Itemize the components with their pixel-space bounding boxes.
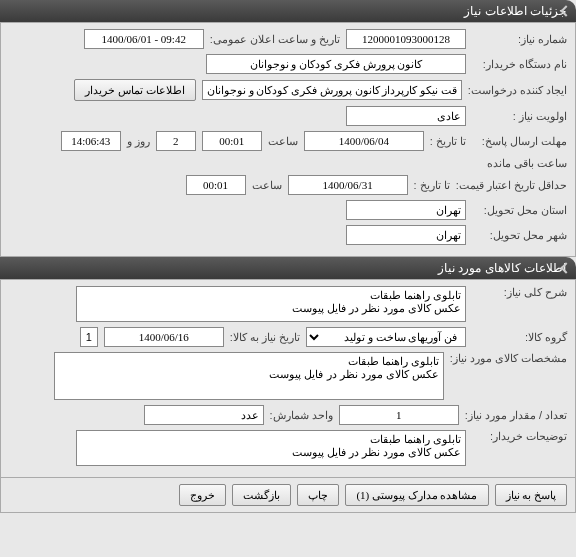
label-need-number: شماره نیاز:: [472, 33, 567, 46]
label-group: گروه کالا:: [472, 331, 567, 344]
textarea-buyer-notes[interactable]: تابلوی راهنما طبقات عکس کالای مورد نظر د…: [76, 430, 466, 466]
btn-print[interactable]: چاپ: [297, 484, 339, 506]
textarea-desc[interactable]: تابلوی راهنما طبقات عکس کالای مورد نظر د…: [76, 286, 466, 322]
panel-goods-info: شرح کلی نیاز: تابلوی راهنما طبقات عکس کا…: [0, 279, 576, 478]
label-deadline: مهلت ارسال پاسخ:: [472, 135, 567, 148]
textarea-spec[interactable]: تابلوی راهنما طبقات عکس کالای مورد نظر د…: [54, 352, 444, 400]
label-priority: اولویت نیاز :: [472, 110, 567, 123]
input-qty[interactable]: [339, 405, 459, 425]
input-date2[interactable]: [288, 175, 408, 195]
btn-back[interactable]: بازگشت: [232, 484, 291, 506]
btn-exit[interactable]: خروج: [179, 484, 226, 506]
input-unit[interactable]: [144, 405, 264, 425]
input-need-number[interactable]: [346, 29, 466, 49]
input-need-date[interactable]: [104, 327, 224, 347]
label-buyer-notes: توضیحات خریدار:: [472, 430, 567, 443]
section-header-goods-info[interactable]: اطلاعات کالاهای مورد نیاز: [0, 257, 576, 279]
label-province: استان محل تحویل:: [472, 204, 567, 217]
section-header-need-info[interactable]: جزئیات اطلاعات نیاز: [0, 0, 576, 22]
label-time-2: ساعت: [252, 179, 282, 192]
label-time-1: ساعت: [268, 135, 298, 148]
input-buyer[interactable]: [206, 54, 466, 74]
label-remain: ساعت باقی مانده: [487, 157, 567, 170]
input-time1[interactable]: [202, 131, 262, 151]
input-remain-time[interactable]: [61, 131, 121, 151]
button-bar: پاسخ به نیاز مشاهده مدارک پیوستی (1) چاپ…: [0, 478, 576, 513]
btn-attachments[interactable]: مشاهده مدارک پیوستی (1): [345, 484, 488, 506]
input-days[interactable]: [156, 131, 196, 151]
label-qty: تعداد / مقدار مورد نیاز:: [465, 409, 567, 422]
select-group[interactable]: فن آوریهای ساخت و تولید: [306, 327, 466, 347]
label-desc: شرح کلی نیاز:: [472, 286, 567, 299]
label-to-date-2: تا تاریخ :: [414, 179, 450, 192]
input-city[interactable]: [346, 225, 466, 245]
input-requester[interactable]: [202, 80, 462, 100]
label-days: روز و: [127, 135, 150, 148]
btn-respond[interactable]: پاسخ به نیاز: [495, 484, 568, 506]
input-priority[interactable]: [346, 106, 466, 126]
label-announce: تاریخ و ساعت اعلان عمومی:: [210, 33, 340, 46]
label-to-date-1: تا تاریخ :: [430, 135, 466, 148]
label-spec: مشخصات کالای مورد نیاز:: [450, 352, 567, 365]
label-unit: واحد شمارش:: [270, 409, 333, 422]
input-announce[interactable]: [84, 29, 204, 49]
label-requester: ایجاد کننده درخواست:: [468, 84, 567, 97]
input-time2[interactable]: [186, 175, 246, 195]
label-need-date: تاریخ نیاز به کالا:: [230, 331, 300, 344]
panel-need-info: شماره نیاز: تاریخ و ساعت اعلان عمومی: نا…: [0, 22, 576, 257]
btn-contact-buyer[interactable]: اطلاعات تماس خریدار: [74, 79, 196, 101]
input-date1[interactable]: [304, 131, 424, 151]
page-indicator: 1: [80, 327, 98, 347]
label-buyer: نام دستگاه خریدار:: [472, 58, 567, 71]
input-province[interactable]: [346, 200, 466, 220]
label-credit: حداقل تاریخ اعتبار قیمت:: [456, 179, 567, 192]
label-city: شهر محل تحویل:: [472, 229, 567, 242]
